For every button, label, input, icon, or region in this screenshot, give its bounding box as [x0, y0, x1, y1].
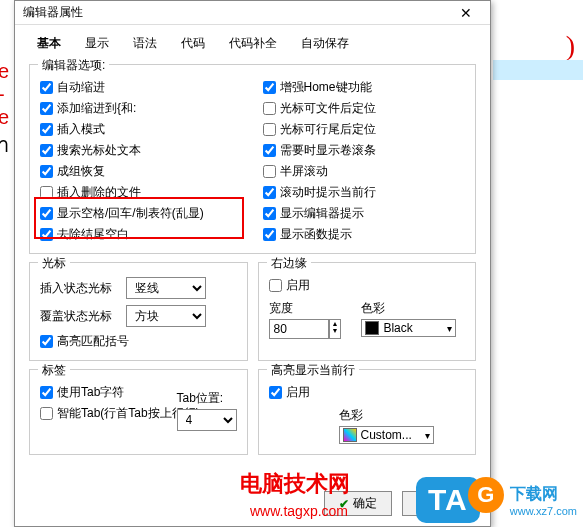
chk-enhanced-home[interactable]: 增强Home键功能 [263, 79, 466, 96]
chevron-down-icon: ▾ [447, 323, 452, 334]
group-title: 右边缘 [267, 255, 311, 272]
chk-group-undo[interactable]: 成组恢复 [40, 163, 243, 180]
editor-options-group: 编辑器选项: 自动缩进 添加缩进到{和: 插入模式 搜索光标处文本 成组恢复 插… [29, 64, 476, 254]
chk-editor-hints[interactable]: 显示编辑器提示 [263, 205, 466, 222]
cancel-button[interactable]: ✘取消 [402, 491, 470, 516]
tag-url: www.xz7.com [510, 505, 577, 517]
tab-display[interactable]: 显示 [73, 31, 121, 56]
group-title: 编辑器选项: [38, 57, 109, 74]
color-select-custom[interactable]: Custom... ▾ [339, 426, 434, 444]
chk-show-whitespace[interactable]: 显示空格/回车/制表符(乱显) [40, 205, 243, 222]
options-right-col: 增强Home键功能 光标可文件后定位 光标可行尾后定位 需要时显示卷滚条 半屏滚… [263, 79, 466, 243]
overwrite-cursor-label: 覆盖状态光标 [40, 308, 120, 325]
group-title: 高亮显示当前行 [267, 362, 359, 379]
insert-cursor-select[interactable]: 竖线 [126, 277, 206, 299]
width-label: 宽度 [269, 300, 342, 317]
chk-insert-mode[interactable]: 插入模式 [40, 121, 243, 138]
x-icon: ✘ [417, 497, 427, 511]
spin-up-icon[interactable]: ▲ [330, 320, 341, 327]
color-label: 色彩 [339, 407, 466, 424]
ok-button[interactable]: ✔确定 [324, 491, 392, 516]
dialog-footer: ✔确定 ✘取消 [324, 491, 470, 516]
close-button[interactable]: ✕ [446, 2, 486, 24]
insert-cursor-label: 插入状态光标 [40, 280, 120, 297]
chevron-down-icon: ▾ [425, 430, 430, 441]
tabpos-select[interactable]: 4 [177, 409, 237, 431]
spin-down-icon[interactable]: ▼ [330, 327, 341, 334]
tab-code[interactable]: 代码 [169, 31, 217, 56]
chk-enable-margin[interactable]: 启用 [269, 277, 466, 294]
color-label: 色彩 [361, 300, 456, 317]
chk-trim-trailing[interactable]: 去除结尾空白 [40, 226, 243, 243]
chk-cursor-after-eol[interactable]: 光标可行尾后定位 [263, 121, 466, 138]
chk-add-indent[interactable]: 添加缩进到{和: [40, 100, 243, 117]
chk-function-hints[interactable]: 显示函数提示 [263, 226, 466, 243]
highlight-line-group: 高亮显示当前行 启用 色彩 Custom... ▾ [258, 369, 477, 455]
dialog-title: 编辑器属性 [23, 4, 83, 21]
cursor-group: 光标 插入状态光标 竖线 覆盖状态光标 方块 高亮匹配括号 [29, 262, 248, 361]
color-swatch-icon [365, 321, 379, 335]
overwrite-cursor-select[interactable]: 方块 [126, 305, 206, 327]
chk-enable-highlight-line[interactable]: 启用 [269, 384, 466, 401]
tab-completion[interactable]: 代码补全 [217, 31, 289, 56]
dialog-content: 编辑器选项: 自动缩进 添加缩进到{和: 插入模式 搜索光标处文本 成组恢复 插… [15, 56, 490, 455]
group-title: 光标 [38, 255, 70, 272]
tab-basic[interactable]: 基本 [25, 31, 73, 56]
chk-auto-indent[interactable]: 自动缩进 [40, 79, 243, 96]
editor-properties-dialog: 编辑器属性 ✕ 基本 显示 语法 代码 代码补全 自动保存 编辑器选项: 自动缩… [14, 0, 491, 527]
chk-scroll-hint[interactable]: 滚动时提示当前行 [263, 184, 466, 201]
chk-search-cursor[interactable]: 搜索光标处文本 [40, 142, 243, 159]
width-input[interactable] [269, 319, 329, 339]
chk-highlight-brackets[interactable]: 高亮匹配括号 [40, 333, 237, 350]
tab-syntax[interactable]: 语法 [121, 31, 169, 56]
tag-cn: 下载网 [510, 484, 577, 505]
bg-decor-bar [493, 60, 583, 80]
right-margin-group: 右边缘 启用 宽度 ▲ ▼ 色彩 [258, 262, 477, 361]
tab-strip: 基本 显示 语法 代码 代码补全 自动保存 [15, 25, 490, 56]
tab-autosave[interactable]: 自动保存 [289, 31, 361, 56]
chk-scrollbar-when-needed[interactable]: 需要时显示卷滚条 [263, 142, 466, 159]
tabs-group: 标签 使用Tab字符 智能Tab(行首Tab按上行行) Tab位置: 4 [29, 369, 248, 455]
titlebar: 编辑器属性 ✕ [15, 1, 490, 25]
chk-insert-deleted[interactable]: 插入删除的文件 [40, 184, 243, 201]
chk-cursor-after-file[interactable]: 光标可文件后定位 [263, 100, 466, 117]
bg-decor: ) [566, 30, 575, 62]
options-left-col: 自动缩进 添加缩进到{和: 插入模式 搜索光标处文本 成组恢复 插入删除的文件 … [40, 79, 243, 243]
close-icon: ✕ [460, 5, 472, 21]
group-title: 标签 [38, 362, 70, 379]
color-select[interactable]: Black ▾ [361, 319, 456, 337]
check-icon: ✔ [339, 497, 349, 511]
chk-half-page-scroll[interactable]: 半屏滚动 [263, 163, 466, 180]
bg-decor-left: e-eา [0, 60, 9, 161]
tabpos-label: Tab位置: [177, 390, 237, 407]
color-swatch-icon [343, 428, 357, 442]
